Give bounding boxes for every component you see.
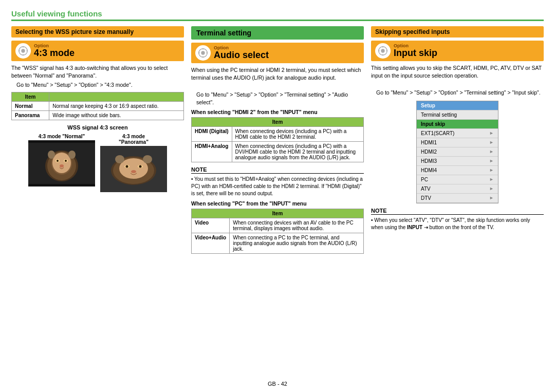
option-icon-audio	[195, 45, 211, 61]
svg-point-16	[48, 151, 55, 159]
video-value: When connecting devices with an AV cable…	[230, 218, 364, 233]
wss-section-header: Selecting the WSS picture size manually	[11, 26, 184, 38]
svg-rect-19	[28, 184, 95, 186]
menu-label-hdmi2: HDMI2	[421, 149, 437, 155]
wss-normal-block: 4:3 mode "Normal"	[28, 134, 95, 192]
menu-label-hdmi1: HDMI1	[421, 140, 437, 145]
svg-point-32	[201, 51, 205, 54]
menu-row-setup: Setup	[417, 101, 498, 110]
menu-row-hdmi1: HDMI1 ►	[417, 138, 498, 147]
svg-point-10	[52, 153, 71, 173]
page-header: Useful viewing functions	[11, 9, 544, 21]
table-cell-label: Panorama	[12, 111, 49, 120]
wss-panorama-img	[100, 146, 167, 192]
wss-panorama-block: 4:3 mode "Panorama"	[100, 134, 167, 192]
wss-images: 4:3 mode "Normal"	[11, 134, 184, 192]
hdmi2-table: Item HDMI (Digital) When connecting devi…	[191, 117, 364, 162]
hdmi-analog-label: HDMI+Analog	[192, 142, 232, 162]
settings-icon-2	[197, 47, 209, 59]
table-row: HDMI (Digital) When connecting devices (…	[192, 127, 364, 142]
settings-icon	[17, 45, 29, 57]
pc-table: Item Video When connecting devices with …	[191, 209, 364, 254]
settings-icon-3	[377, 45, 388, 57]
lion-panorama-svg	[100, 146, 167, 192]
table-row: Normal Normal range keeping 4:3 or 16:9 …	[12, 102, 184, 111]
table-row: HDMI+Analog When connecting devices (inc…	[192, 142, 364, 162]
hdmi2-title: When selecting "HDMI 2" from the "INPUT"…	[191, 109, 364, 115]
option-name-audio: Audio select	[214, 50, 269, 61]
svg-point-29	[115, 155, 124, 163]
lion-normal-svg	[28, 140, 95, 186]
note-block-audio: NOTE • You must set this to "HDMI+Analog…	[191, 166, 364, 197]
menu-label-hdmi3: HDMI3	[421, 158, 437, 164]
skip-section-header: Skipping specified inputs	[371, 26, 544, 38]
page-title: Useful viewing functions	[11, 9, 544, 18]
audio-body-text: When using the PC terminal or HDMI 2 ter…	[191, 66, 364, 106]
option-icon-inputskip	[375, 43, 391, 59]
option-block-43mode: Option 4:3 mode	[11, 41, 184, 61]
note-title-skip: NOTE	[371, 208, 544, 215]
menu-row-hdmi4: HDMI4 ►	[417, 166, 498, 175]
wss-signal-title: WSS signal 4:3 screen	[11, 124, 184, 130]
note-block-skip: NOTE • When you select "ATV", "DTV" or "…	[371, 208, 544, 231]
menu-label-inputskip: Input skip	[421, 121, 445, 127]
option-icon-43mode	[15, 43, 31, 59]
table-cell-label: Normal	[12, 102, 49, 111]
option-text-43mode: Option 4:3 mode	[34, 44, 75, 59]
option-text-inputskip: Option Input skip	[394, 44, 437, 59]
video-label: Video	[192, 218, 230, 233]
menu-row-dtv: DTV ►	[417, 194, 498, 203]
menu-label-hdmi4: HDMI4	[421, 167, 437, 173]
video-audio-value: When connecting a PC to the PC terminal,…	[230, 233, 364, 254]
svg-point-28	[131, 170, 136, 173]
note-title-audio: NOTE	[191, 166, 364, 174]
col-inputskip: Skipping specified inputs Option Input s…	[371, 26, 544, 231]
video-audio-label: Video+Audio	[192, 233, 230, 254]
wss-table: Item Normal Normal range keeping 4:3 or …	[11, 92, 184, 120]
table-cell-value: Wide image without side bars.	[49, 111, 184, 120]
wss-body-text: The "WSS" signal has 4:3 auto-switching …	[11, 64, 184, 89]
svg-point-1	[21, 49, 25, 52]
svg-point-30	[143, 155, 152, 163]
menu-row-terminal: Terminal setting	[417, 110, 498, 120]
table-row: Video When connecting devices with an AV…	[192, 218, 364, 233]
menu-row-ext1: EXT1(SCART) ►	[417, 129, 498, 138]
wss-table-header: Item	[12, 92, 49, 102]
menu-row-inputskip: Input skip	[417, 120, 498, 129]
page: Useful viewing functions Selecting the W…	[0, 0, 555, 392]
terminal-section-header: Terminal setting	[191, 26, 364, 40]
menu-label-dtv: DTV	[421, 195, 431, 201]
hdmi2-table-header: Item	[192, 118, 364, 127]
menu-row-hdmi2: HDMI2 ►	[417, 147, 498, 157]
wss-panorama-label: 4:3 mode "Panorama"	[100, 134, 167, 145]
svg-point-15	[60, 164, 64, 167]
table-row: Video+Audio When connecting a PC to the …	[192, 233, 364, 254]
menu-label-terminal: Terminal setting	[421, 112, 457, 118]
svg-rect-18	[28, 140, 95, 143]
option-block-inputskip: Option Input skip	[371, 41, 544, 61]
pc-table-header: Item	[192, 209, 364, 218]
svg-point-13	[57, 160, 59, 162]
page-number: GB - 42	[268, 381, 287, 387]
main-columns: Selecting the WSS picture size manually …	[11, 26, 544, 258]
hdmi-digital-label: HDMI (Digital)	[192, 127, 232, 142]
option-name-43mode: 4:3 mode	[34, 48, 75, 59]
menu-label-ext1: EXT1(SCART)	[421, 130, 454, 136]
table-row: Panorama Wide image without side bars.	[12, 111, 184, 120]
svg-point-27	[139, 165, 142, 168]
svg-point-17	[68, 151, 76, 159]
menu-label-atv: ATV	[421, 186, 431, 192]
note-text-skip: • When you select "ATV", "DTV" or "SAT",…	[371, 217, 544, 231]
svg-point-38	[381, 49, 384, 52]
menu-row-pc: PC ►	[417, 175, 498, 184]
input-icon-arrow: ⇥	[422, 225, 428, 230]
hdmi-analog-value: When connecting devices (including a PC)…	[232, 142, 363, 162]
svg-point-26	[126, 165, 128, 168]
skip-body-text: This setting allows you to skip the SCAR…	[371, 64, 544, 97]
menu-label-pc: PC	[421, 177, 428, 182]
wss-normal-label: 4:3 mode "Normal"	[28, 134, 95, 139]
option-name-inputskip: Input skip	[394, 48, 437, 59]
note-text-audio: • You must set this to "HDMI+Analog" whe…	[191, 176, 364, 197]
col-wss: Selecting the WSS picture size manually …	[11, 26, 184, 192]
option-text-audio: Option Audio select	[214, 46, 269, 61]
